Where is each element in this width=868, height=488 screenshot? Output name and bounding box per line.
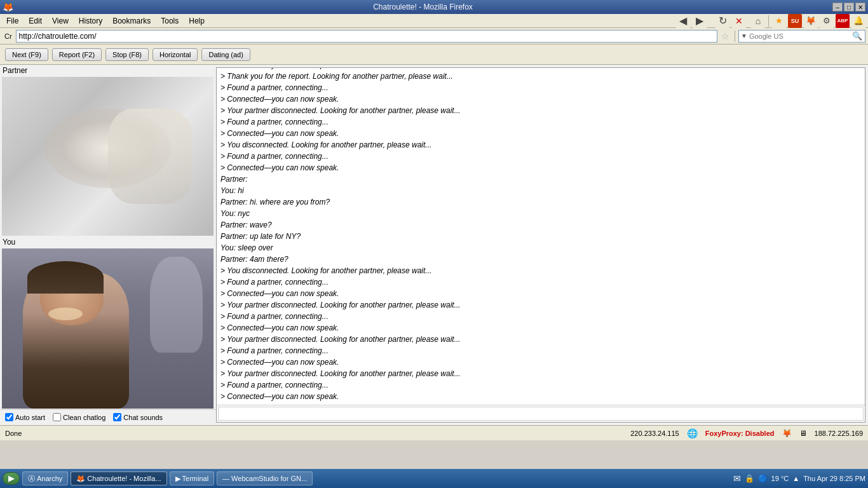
home-button[interactable]: ⌂ — [751, 14, 765, 28]
titlebar: 🦊 Chatroulette! - Mozilla Firefox – □ ✕ — [0, 0, 868, 14]
webcam-label: WebcamStudio for GN... — [231, 475, 307, 482]
stop-chat-button[interactable]: Stop (F8) — [105, 48, 149, 61]
taskbar-terminal[interactable]: ▶ Terminal — [170, 471, 215, 485]
forward-button[interactable]: ▶ — [693, 14, 707, 28]
main-content: Partner You — [0, 65, 868, 425]
url-input[interactable] — [16, 30, 717, 43]
menu-edit[interactable]: Edit — [25, 15, 46, 27]
chat-message: > Connected—you can now speak. — [220, 128, 861, 139]
bookmark-star-icon[interactable]: ★ — [772, 14, 786, 28]
menu-file[interactable]: File — [3, 15, 22, 27]
chat-input[interactable] — [218, 407, 864, 421]
chat-message: You: sleep over — [220, 242, 861, 254]
back-button[interactable]: ◀ — [676, 14, 690, 28]
chat-message: > Your partner disconnected. Looking for… — [220, 105, 861, 116]
menu-view[interactable]: View — [48, 15, 72, 27]
taskbar: ▶ Ⓐ Anarchy 🦊 Chatroulette! - Mozilla...… — [0, 469, 868, 488]
ip-address: 220.233.24.115 — [630, 430, 679, 437]
taskbar-anarchy[interactable]: Ⓐ Anarchy — [22, 471, 68, 485]
bluetooth-icon: 🔵 — [758, 474, 768, 483]
auto-start-label: Auto start — [15, 414, 45, 421]
taskbar-tray: ✉ 🔒 🔵 19 °C ▲ Thu Apr 29 8:25 PM — [733, 473, 865, 484]
reload-button[interactable]: ↻ — [715, 14, 729, 28]
chat-message: > Connected—you can now speak. — [220, 288, 861, 299]
auto-start-checkbox-label[interactable]: Auto start — [5, 413, 45, 421]
checkbox-area: Auto start Clean chatlog Chat sounds — [0, 409, 216, 424]
auto-start-checkbox[interactable] — [5, 413, 13, 421]
search-dropdown-icon[interactable]: ▼ — [739, 32, 749, 39]
chat-message: Partner: — [220, 173, 861, 185]
window-title: Chatroulette! - Mozilla Firefox — [373, 3, 473, 11]
temperature: 19 °C — [771, 475, 789, 482]
menu-history[interactable]: History — [75, 15, 106, 27]
you-video — [2, 248, 214, 409]
clean-chatlog-checkbox-label[interactable]: Clean chatlog — [53, 413, 105, 421]
minimize-button[interactable]: – — [832, 3, 843, 11]
chat-message: > Found a partner, connecting... — [220, 151, 861, 162]
taskbar-webcam[interactable]: — WebcamStudio for GN... — [217, 471, 313, 485]
chat-message: > You disconnected. Looking for another … — [220, 139, 861, 151]
next-button[interactable]: Next (F9) — [5, 48, 48, 61]
chat-message: > Found a partner, connecting... — [220, 311, 861, 322]
social-icon-2[interactable]: 🦊 — [804, 14, 818, 28]
terminal-icon: ▶ — [175, 475, 180, 483]
chat-message: > You disconnected. Looking for another … — [220, 265, 861, 276]
partner-label: Partner — [0, 65, 216, 76]
horizontal-button[interactable]: Horizontal — [153, 48, 198, 61]
chat-message: > Your partner disconnected. Looking for… — [220, 299, 861, 311]
chat-sounds-label: Chat sounds — [123, 414, 163, 421]
statusbar-right: 220.233.24.115 🌐 FoxyProxy: Disabled 🦊 🖥… — [630, 428, 863, 438]
menu-bookmarks[interactable]: Bookmarks — [109, 15, 154, 27]
chat-message: > Your partner disconnected. Looking for… — [220, 368, 861, 379]
statusbar: Done 220.233.24.115 🌐 FoxyProxy: Disable… — [0, 425, 868, 440]
window-controls: – □ ✕ — [832, 3, 865, 11]
partner-video — [2, 77, 214, 236]
address-search-bar: Cr ☆ ▼ 🔍 — [0, 28, 868, 44]
extension-toolbar: Next (F9) Report (F2) Stop (F8) Horizont… — [0, 44, 868, 65]
dating-button[interactable]: Dating (ad) — [201, 48, 250, 61]
network-tray-icon: ▲ — [792, 475, 799, 482]
foxyproxy-icon: 🦊 — [782, 429, 792, 438]
start-button[interactable]: ▶ — [3, 472, 20, 485]
chat-message: You: hi — [220, 185, 861, 196]
report-button[interactable]: Report (F2) — [52, 48, 102, 61]
adblock-icon[interactable]: ABP — [836, 14, 850, 28]
tools-icon[interactable]: ⚙ — [820, 14, 834, 28]
star-icon[interactable]: ☆ — [719, 31, 731, 41]
chat-message: > Your partner disconnected. Looking for… — [220, 334, 861, 345]
anarchy-label: Anarchy — [37, 475, 62, 482]
firefox-taskbar-icon: 🦊 — [76, 475, 85, 483]
mail-icon[interactable]: ✉ — [733, 473, 741, 484]
chat-message: > Connected—you can now speak. — [220, 356, 861, 368]
chat-message: > Found a partner, connecting... — [220, 82, 861, 93]
chat-message: Partner: up late for NY? — [220, 231, 861, 242]
taskbar-firefox[interactable]: 🦊 Chatroulette! - Mozilla... — [71, 471, 166, 485]
chat-message: > Thank you for the report. Looking for … — [220, 71, 861, 82]
toolbar-separator — [768, 15, 769, 27]
ip-address-2: 188.72.225.169 — [815, 430, 863, 437]
terminal-label: Terminal — [182, 475, 209, 482]
chat-message: > Found a partner, connecting... — [220, 345, 861, 356]
menu-help[interactable]: Help — [185, 15, 208, 27]
chat-message: > Found a partner, connecting... — [220, 379, 861, 391]
chat-log: > Connected—you can now speak.> Thank yo… — [217, 68, 865, 405]
stop-button[interactable]: ✕ — [732, 14, 746, 28]
clean-chatlog-label: Clean chatlog — [63, 414, 105, 421]
menu-tools[interactable]: Tools — [157, 15, 182, 27]
close-button[interactable]: ✕ — [855, 3, 865, 11]
datetime: Thu Apr 29 8:25 PM — [803, 475, 865, 482]
chat-message: > Connected—you can now speak. — [220, 162, 861, 173]
bell-icon[interactable]: 🔔 — [851, 14, 865, 28]
clean-chatlog-checkbox[interactable] — [53, 413, 61, 421]
chat-sounds-checkbox-label[interactable]: Chat sounds — [113, 413, 163, 421]
chat-sounds-checkbox[interactable] — [113, 413, 121, 421]
chat-message: > Found a partner, connecting... — [220, 276, 861, 288]
maximize-button[interactable]: □ — [844, 3, 854, 11]
search-input[interactable] — [749, 30, 850, 42]
chat-message: You: nyc — [220, 208, 861, 219]
chat-message: Partner: 4am there? — [220, 254, 861, 265]
search-icon[interactable]: 🔍 — [850, 31, 865, 41]
chat-area: > Connected—you can now speak.> Thank yo… — [216, 67, 865, 423]
chat-message: Partner: hi. where are you from? — [220, 196, 861, 208]
social-icon-su[interactable]: SU — [788, 14, 802, 28]
